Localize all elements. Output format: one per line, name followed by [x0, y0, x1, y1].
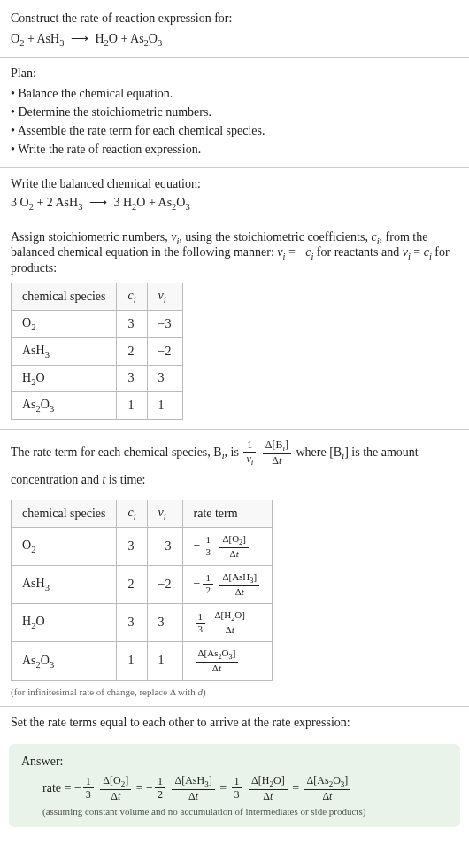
cell-species: As2O3 — [12, 642, 117, 680]
cell-rate: 13 Δ[H2O]Δt — [182, 604, 273, 642]
cell-species: O2 — [12, 527, 117, 565]
prompt-text: Construct the rate of reaction expressio… — [11, 9, 458, 27]
cell-ci: 1 — [117, 392, 147, 420]
cell-ci: 3 — [117, 365, 147, 392]
cell-vi: −3 — [147, 310, 182, 337]
col-species: chemical species — [12, 500, 117, 527]
cell-vi: −2 — [147, 565, 182, 603]
col-species: chemical species — [12, 283, 117, 311]
cell-species: AsH3 — [12, 565, 117, 603]
balanced-equation: 3 O2 + 2 AsH3 ⟶ 3 H2O + As2O3 — [11, 195, 458, 212]
cell-rate: −13 Δ[O2]Δt — [182, 527, 273, 565]
table-row: H2O 3 3 13 Δ[H2O]Δt — [12, 604, 273, 642]
cell-vi: −3 — [147, 527, 182, 565]
answer-expression: rate = −13 Δ[O2]Δt = −12 Δ[AsH3]Δt = 13 … — [21, 774, 448, 803]
table-row: AsH3 2 −2 −12 Δ[AsH3]Δt — [12, 565, 273, 603]
balanced-section: Write the balanced chemical equation: 3 … — [0, 168, 469, 221]
plan-item: • Balance the chemical equation. — [11, 84, 458, 103]
cell-species: H2O — [12, 604, 117, 642]
plan-title: Plan: — [11, 66, 458, 81]
cell-vi: 3 — [147, 604, 182, 642]
rateterm-footnote: (for infinitesimal rate of change, repla… — [11, 686, 458, 697]
answer-label: Answer: — [21, 755, 448, 769]
plan-item-text: Assemble the rate term for each chemical… — [18, 124, 265, 137]
plan-item-text: Write the rate of reaction expression. — [18, 143, 201, 156]
cell-vi: 3 — [147, 365, 182, 392]
cell-ci: 3 — [117, 604, 147, 642]
col-vi: νi — [147, 500, 182, 527]
table-row: O2 3 −3 — [12, 310, 183, 337]
stoich-section: Assign stoichiometric numbers, νi, using… — [0, 221, 469, 430]
table-header-row: chemical species ci νi rate term — [12, 500, 273, 527]
answer-box: Answer: rate = −13 Δ[O2]Δt = −12 Δ[AsH3]… — [9, 744, 460, 828]
cell-vi: 1 — [147, 642, 182, 680]
cell-species: H2O — [12, 365, 117, 392]
cell-ci: 2 — [117, 337, 147, 365]
prompt-section: Construct the rate of reaction expressio… — [0, 0, 469, 58]
cell-species: As2O3 — [12, 392, 117, 420]
plan-item: • Determine the stoichiometric numbers. — [11, 103, 458, 121]
col-rate: rate term — [182, 500, 273, 527]
cell-species: O2 — [12, 310, 117, 337]
table-row: AsH3 2 −2 — [12, 337, 183, 365]
plan-item-text: Balance the chemical equation. — [18, 87, 173, 100]
cell-rate: −12 Δ[AsH3]Δt — [182, 565, 273, 603]
plan-list: • Balance the chemical equation. • Deter… — [11, 84, 458, 159]
plan-item: • Write the rate of reaction expression. — [11, 140, 458, 159]
cell-vi: −2 — [147, 337, 182, 365]
cell-rate: Δ[As2O3]Δt — [182, 642, 273, 680]
plan-section: Plan: • Balance the chemical equation. •… — [0, 58, 469, 168]
table-row: H2O 3 3 — [12, 365, 183, 392]
final-section: Set the rate terms equal to each other t… — [0, 707, 469, 739]
col-vi: νi — [147, 283, 182, 311]
rateterm-section: The rate term for each chemical species,… — [0, 430, 469, 706]
answer-note: (assuming constant volume and no accumul… — [21, 806, 448, 817]
answer-container: Answer: rate = −13 Δ[O2]Δt = −12 Δ[AsH3]… — [0, 744, 469, 848]
stoich-table: chemical species ci νi O2 3 −3 AsH3 2 −2… — [11, 283, 183, 420]
cell-ci: 3 — [117, 310, 147, 337]
table-row: As2O3 1 1 Δ[As2O3]Δt — [12, 642, 273, 680]
cell-species: AsH3 — [12, 337, 117, 365]
cell-vi: 1 — [147, 392, 182, 420]
balanced-title: Write the balanced chemical equation: — [11, 177, 458, 191]
unbalanced-equation: O2 + AsH3 ⟶ H2O + As2O3 — [11, 31, 458, 48]
stoich-intro: Assign stoichiometric numbers, νi, using… — [11, 230, 458, 276]
rateterm-table: chemical species ci νi rate term O2 3 −3… — [11, 500, 273, 681]
rateterm-intro: The rate term for each chemical species,… — [11, 438, 458, 492]
table-row: As2O3 1 1 — [12, 392, 183, 420]
col-ci: ci — [117, 283, 147, 311]
cell-ci: 3 — [117, 527, 147, 565]
table-header-row: chemical species ci νi — [12, 283, 183, 311]
plan-item: • Assemble the rate term for each chemic… — [11, 121, 458, 140]
cell-ci: 2 — [117, 565, 147, 603]
final-title: Set the rate terms equal to each other t… — [11, 716, 458, 730]
cell-ci: 1 — [117, 642, 147, 680]
plan-item-text: Determine the stoichiometric numbers. — [18, 105, 211, 119]
col-ci: ci — [117, 500, 147, 527]
table-row: O2 3 −3 −13 Δ[O2]Δt — [12, 527, 273, 565]
